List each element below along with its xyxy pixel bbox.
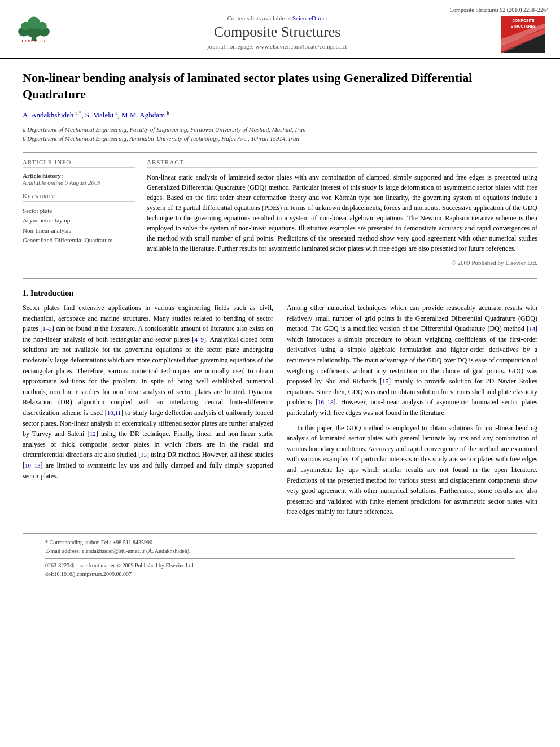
keywords-label-heading: Keywords: (23, 193, 135, 202)
author-1: A. Andakhshideh (23, 111, 73, 120)
body-columns: Sector plates find extensive application… (23, 303, 537, 522)
ref-10-13[interactable]: 10–13 (25, 462, 41, 469)
journal-title-header: Composite Structures (68, 24, 487, 41)
affil-sup-2: a (116, 110, 118, 116)
intro-para-3: In this paper, the GDQ method is employe… (287, 423, 537, 517)
footnote-star: * Corresponding author. Tel.: +98 511 84… (45, 538, 515, 547)
section-1-heading: 1. Introduction (23, 289, 537, 298)
svg-text:STRUCTURES: STRUCTURES (511, 24, 536, 28)
affil-sup-3: b (167, 110, 169, 116)
svg-text:ELSEVIER: ELSEVIER (21, 39, 46, 43)
footer-doi: doi:10.1016/j.compstruct.2009.08.007 (45, 571, 515, 577)
footnote-email: E-mail address: a.andakhsideh@stu-umac.i… (45, 547, 515, 555)
svg-point-6 (37, 22, 47, 30)
available-online: Available online 6 August 2009 (23, 179, 100, 186)
article-info-column: ARTICLE INFO Article history: Available … (23, 159, 135, 268)
journal-top-bar: ELSEVIER Contents lists available at Sci… (11, 15, 549, 58)
affiliations: a Department of Mechanical Engineering, … (23, 125, 537, 143)
keywords-section: Keywords: Sector plate Asymmetric lay up… (23, 193, 135, 246)
main-content: Non-linear bending analysis of laminated… (0, 59, 560, 593)
svg-point-5 (21, 22, 30, 30)
ref-12[interactable]: 12 (90, 430, 96, 437)
journal-header: Composite Structures 92 (2010) 2258–2264… (0, 0, 560, 59)
article-title: Non-linear bending analysis of laminated… (23, 70, 537, 102)
keyword-3: Non-linear analysis (23, 226, 135, 236)
composite-logo-icon: COMPOSITE STRUCTURES (501, 16, 545, 53)
contents-line: Contents lists available at ScienceDirec… (68, 15, 487, 21)
body-col-right: Among other numerical techniques which c… (287, 303, 537, 522)
body-text-left: Sector plates find extensive application… (23, 303, 273, 481)
article-info-abstract: ARTICLE INFO Article history: Available … (23, 159, 537, 268)
svg-text:COMPOSITE: COMPOSITE (512, 19, 535, 23)
author-3: M.M. Aghdam (121, 111, 165, 120)
ref-14[interactable]: 14 (529, 325, 535, 332)
page: Composite Structures 92 (2010) 2258–2264… (0, 0, 560, 747)
ref-4-9[interactable]: 4–9 (194, 336, 204, 343)
journal-center: Contents lists available at ScienceDirec… (56, 15, 498, 50)
authors: A. Andakhshideh a,*, S. Maleki a, M.M. A… (23, 110, 537, 120)
keyword-4: Generalized Differential Quadrature (23, 235, 135, 246)
abstract-label: ABSTRACT (147, 159, 537, 168)
keyword-1: Sector plate (23, 206, 135, 216)
affiliation-a: a Department of Mechanical Engineering, … (23, 125, 537, 134)
ref-13[interactable]: 13 (141, 451, 147, 458)
affiliation-b: b Department of Mechanical Engineering, … (23, 134, 537, 143)
article-history-label: Article history: (23, 172, 135, 179)
footer-issn: 0263-8223/$ – see front matter © 2009 Pu… (45, 562, 515, 569)
divider-2 (23, 278, 537, 279)
abstract-text: Non-linear static analysis of laminated … (147, 172, 537, 268)
body-text-right: Among other numerical techniques which c… (287, 303, 537, 517)
body-col-left: Sector plates find extensive application… (23, 303, 273, 522)
article-info-label: ARTICLE INFO (23, 159, 135, 168)
journal-homepage: journal homepage: www.elsevier.com/locat… (68, 43, 487, 50)
keyword-2: Asymmetric lay up (23, 216, 135, 226)
ref-15[interactable]: 15 (382, 378, 388, 385)
abstract-column: ABSTRACT Non-linear static analysis of l… (147, 159, 537, 268)
article-id-bar: Composite Structures 92 (2010) 2258–2264 (11, 5, 549, 15)
journal-id: Composite Structures 92 (2010) 2258–2264 (449, 7, 549, 13)
sciencedirect-link[interactable]: ScienceDirect (292, 15, 327, 21)
composite-structures-logo: COMPOSITE STRUCTURES (498, 15, 549, 54)
ref-1-3[interactable]: 1–3 (42, 325, 52, 332)
affil-sup-1: a,* (76, 110, 82, 116)
author-2: S. Maleki (85, 111, 114, 120)
intro-para-2: Among other numerical techniques which c… (287, 303, 537, 418)
elsevier-tree-icon: ELSEVIER (11, 15, 56, 43)
copyright-line: © 2009 Published by Elsevier Ltd. (147, 258, 537, 268)
ref-16-18[interactable]: 16–18 (318, 399, 334, 405)
footer-divider (45, 558, 515, 559)
footer-bar: * Corresponding author. Tel.: +98 511 84… (23, 533, 537, 582)
intro-para-1: Sector plates find extensive application… (23, 303, 273, 481)
ref-10-11[interactable]: 10,11 (107, 409, 121, 416)
elsevier-logo: ELSEVIER (11, 15, 56, 43)
divider-1 (23, 152, 537, 153)
article-history: Article history: Available online 6 Augu… (23, 172, 135, 186)
